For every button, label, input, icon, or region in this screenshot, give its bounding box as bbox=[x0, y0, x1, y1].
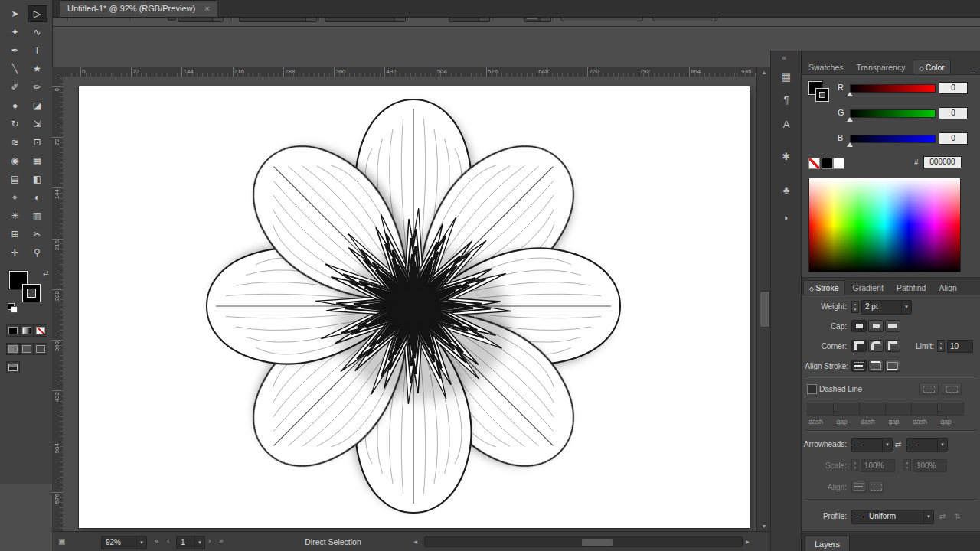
pencil-tool[interactable]: ✏ bbox=[28, 79, 47, 96]
blend-tool[interactable]: ◐ bbox=[28, 189, 47, 206]
corner-miter-button[interactable] bbox=[851, 340, 867, 352]
slider-thumb-icon[interactable] bbox=[847, 92, 853, 96]
artboard[interactable] bbox=[79, 86, 750, 528]
black-swatch[interactable] bbox=[822, 158, 833, 169]
weight-stepper[interactable]: ▴▾ bbox=[851, 301, 859, 313]
draw-inside-button[interactable] bbox=[34, 343, 47, 355]
dashed-line-checkbox[interactable] bbox=[807, 384, 817, 394]
gradient-tool[interactable]: ◧ bbox=[28, 171, 47, 187]
profile-dropdown[interactable]: — Uniform ▾ bbox=[851, 510, 934, 524]
tab-transparency[interactable]: Transparency bbox=[851, 60, 911, 74]
color-spectrum[interactable] bbox=[808, 178, 961, 272]
shape-builder-tool[interactable]: ◉ bbox=[5, 152, 25, 169]
tab-swatches[interactable]: Swatches bbox=[803, 60, 849, 74]
scroll-right-icon[interactable]: ▸ bbox=[746, 537, 750, 546]
cap-projecting-button[interactable] bbox=[885, 320, 900, 332]
scale-tool[interactable]: ⇲ bbox=[28, 116, 47, 132]
color-guide-icon[interactable]: ▦ bbox=[778, 69, 795, 86]
channel-slider[interactable] bbox=[850, 84, 936, 93]
scale-y-stepper[interactable]: ▴▾ bbox=[903, 459, 911, 471]
limit-field[interactable]: 10 bbox=[947, 340, 973, 353]
hand-tool[interactable]: ✛ bbox=[5, 244, 25, 261]
channel-value-field[interactable]: 0 bbox=[939, 132, 968, 145]
align-stroke-inside-button[interactable] bbox=[868, 360, 884, 372]
scroll-down-icon[interactable]: ▼ bbox=[757, 521, 771, 531]
default-fill-stroke-icon[interactable] bbox=[8, 303, 18, 313]
corner-round-button[interactable] bbox=[868, 340, 884, 352]
slider-thumb-icon[interactable] bbox=[847, 142, 853, 147]
color-fill-button[interactable] bbox=[6, 324, 20, 337]
selection-tool[interactable]: ➤ bbox=[5, 5, 25, 22]
dash-gap-field[interactable] bbox=[807, 403, 834, 416]
zoom-level-dropdown[interactable]: 92% ▾ bbox=[101, 536, 147, 549]
limit-stepper[interactable]: ▴▾ bbox=[937, 340, 945, 352]
scale-y-field[interactable]: 100% bbox=[913, 459, 947, 472]
corner-bevel-button[interactable] bbox=[885, 340, 900, 352]
align-dash-to-corners-button[interactable] bbox=[851, 481, 867, 493]
width-tool[interactable]: ≋ bbox=[5, 134, 25, 151]
stepper-down-icon[interactable]: ▾ bbox=[852, 465, 858, 471]
paragraph-icon[interactable]: ¶ bbox=[778, 92, 795, 109]
align-stroke-outside-button[interactable] bbox=[885, 360, 900, 372]
vertical-scrollbar[interactable]: ▲ ▼ bbox=[756, 67, 771, 531]
scale-x-stepper[interactable]: ▴▾ bbox=[851, 459, 859, 471]
next-artboard-icon[interactable]: › bbox=[208, 536, 211, 545]
arrowhead-start-dropdown[interactable]: — ▾ bbox=[851, 438, 893, 452]
flower-artwork[interactable] bbox=[184, 77, 643, 531]
direct-selection-tool[interactable]: ▷ bbox=[28, 5, 47, 22]
stepper-down-icon[interactable]: ▾ bbox=[852, 307, 858, 312]
chevron-down-icon[interactable]: ▾ bbox=[901, 301, 911, 314]
channel-value-field[interactable]: 0 bbox=[939, 82, 968, 94]
status-icon[interactable]: ▣ bbox=[58, 537, 65, 546]
mesh-tool[interactable]: ▤ bbox=[5, 171, 25, 187]
close-tab-icon[interactable]: × bbox=[204, 4, 209, 13]
free-transform-tool[interactable]: ⊡ bbox=[28, 134, 47, 151]
cap-butt-button[interactable] bbox=[851, 320, 867, 332]
screen-mode-button[interactable] bbox=[6, 361, 20, 373]
tab-layers[interactable]: Layers bbox=[805, 536, 850, 551]
chevron-down-icon[interactable]: ▾ bbox=[136, 536, 146, 549]
vertical-ruler[interactable]: 072144216288360432504576 bbox=[52, 77, 64, 531]
stepper-down-icon[interactable]: ▾ bbox=[904, 465, 910, 471]
stepper-up-icon[interactable]: ▴ bbox=[938, 341, 944, 346]
paintbrush-tool[interactable]: ✐ bbox=[5, 79, 25, 96]
horizontal-scrollbar[interactable] bbox=[424, 536, 743, 547]
hex-value-field[interactable]: 000000 bbox=[923, 156, 962, 168]
chevron-down-icon[interactable]: ▾ bbox=[937, 439, 947, 452]
align-dash-button[interactable] bbox=[942, 383, 962, 395]
stepper-down-icon[interactable]: ▾ bbox=[938, 346, 944, 351]
graphic-styles-icon[interactable]: ◗ bbox=[778, 210, 795, 227]
character-icon[interactable]: A bbox=[778, 116, 795, 133]
chevron-down-icon[interactable]: ▾ bbox=[923, 510, 933, 523]
chevron-down-icon[interactable]: ▾ bbox=[882, 439, 892, 452]
pen-tool[interactable]: ✒ bbox=[5, 42, 25, 59]
chevron-down-icon[interactable]: ▾ bbox=[194, 536, 204, 549]
dash-gap-field[interactable] bbox=[937, 403, 964, 416]
dash-gap-field[interactable] bbox=[833, 403, 860, 416]
star-tool[interactable]: ★ bbox=[28, 60, 47, 77]
arrowhead-end-dropdown[interactable]: — ▾ bbox=[906, 438, 948, 452]
tab-stroke[interactable]: ◇Stroke bbox=[803, 280, 845, 295]
scroll-up-icon[interactable]: ▲ bbox=[757, 67, 771, 77]
stepper-up-icon[interactable]: ▴ bbox=[852, 302, 858, 307]
eraser-tool[interactable]: ◪ bbox=[28, 97, 47, 114]
eyedropper-tool[interactable]: ⌖ bbox=[5, 189, 25, 206]
previous-artboard-icon[interactable]: ‹ bbox=[167, 536, 169, 545]
swap-fill-stroke-icon[interactable]: ⇄ bbox=[43, 269, 49, 277]
artboard-tool[interactable]: ⊞ bbox=[5, 226, 25, 243]
last-artboard-icon[interactable]: » bbox=[219, 536, 224, 545]
tab-align[interactable]: Align bbox=[934, 281, 962, 295]
artboard-navigation-dropdown[interactable]: 1 ▾ bbox=[176, 536, 205, 549]
tab-pathfinder[interactable]: Pathfind bbox=[891, 281, 932, 295]
none-button[interactable] bbox=[34, 324, 47, 337]
weight-dropdown[interactable]: 2 pt ▾ bbox=[861, 300, 912, 315]
horizontal-scroll-thumb[interactable] bbox=[581, 538, 613, 546]
symbols-icon[interactable]: ♣ bbox=[778, 182, 795, 199]
dash-gap-field[interactable] bbox=[859, 403, 886, 416]
magic-wand-tool[interactable]: ✦ bbox=[5, 24, 25, 41]
perspective-grid-tool[interactable]: ▦ bbox=[28, 152, 47, 169]
stroke-color-swatch[interactable] bbox=[23, 285, 40, 302]
gradient-button[interactable] bbox=[20, 324, 34, 337]
channel-slider[interactable] bbox=[850, 109, 936, 118]
type-tool[interactable]: T bbox=[28, 42, 47, 59]
